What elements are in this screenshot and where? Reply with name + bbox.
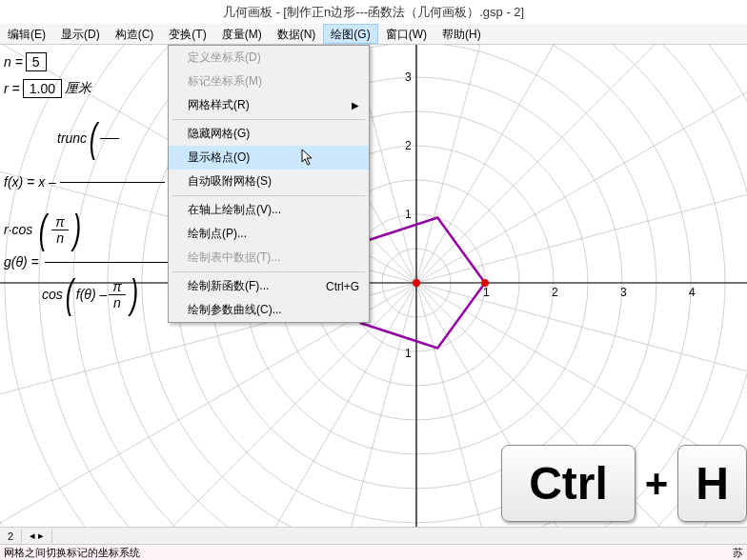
svg-point-35 xyxy=(413,279,420,287)
dd-snap-grid[interactable]: 自动吸附网格(S) xyxy=(169,170,369,193)
window-title: 几何画板 - [制作正n边形---函数法（几何画板）.gsp - 2] xyxy=(0,0,747,24)
menu-edit[interactable]: 编辑(E) xyxy=(0,24,53,44)
plus-icon: + xyxy=(645,461,669,507)
tab-scroll-icon[interactable]: ◂ ▸ xyxy=(22,529,52,543)
h-key-icon: H xyxy=(677,445,747,522)
svg-point-36 xyxy=(481,279,489,287)
dd-separator xyxy=(172,119,365,120)
menu-display[interactable]: 显示(D) xyxy=(53,24,108,44)
shortcut-overlay: Ctrl + H xyxy=(501,445,747,522)
svg-text:3: 3 xyxy=(405,70,412,84)
dd-plot-function[interactable]: 绘制新函数(F)...Ctrl+G xyxy=(169,274,369,298)
fx-label: f(x) = x – xyxy=(4,174,56,190)
cursor-icon xyxy=(301,149,316,171)
dd-hide-grid[interactable]: 隐藏网格(G) xyxy=(169,122,369,146)
status-text: 网格之间切换标记的坐标系统 xyxy=(4,546,140,559)
dd-separator xyxy=(172,195,365,196)
menu-data[interactable]: 数据(N) xyxy=(270,24,324,44)
svg-text:3: 3 xyxy=(620,286,627,299)
dd-plot-axis-point[interactable]: 在轴上绘制点(V)... xyxy=(169,198,369,222)
submenu-arrow-icon: ▶ xyxy=(352,100,359,110)
dd-mark-coord: 标记坐标系(M) xyxy=(169,70,369,93)
ctrl-key-icon: Ctrl xyxy=(501,445,636,522)
r-input[interactable]: 1.00 xyxy=(23,79,62,98)
dd-separator xyxy=(172,271,365,272)
menu-transform[interactable]: 变换(T) xyxy=(161,24,213,44)
svg-text:1: 1 xyxy=(405,347,412,360)
dd-show-gridpoints[interactable]: 显示格点(O) xyxy=(169,146,369,170)
dd-plot-point[interactable]: 绘制点(P)... xyxy=(169,222,369,246)
dd-plot-table: 绘制表中数据(T)... xyxy=(169,246,369,270)
n-input[interactable]: 5 xyxy=(26,52,47,71)
dd-grid-style[interactable]: 网格样式(R)▶ xyxy=(169,93,369,117)
menu-help[interactable]: 帮助(H) xyxy=(434,24,489,44)
menu-measure[interactable]: 度量(M) xyxy=(214,24,270,44)
tab-strip: 2 ◂ ▸ xyxy=(0,527,747,544)
tab-2[interactable]: 2 xyxy=(0,530,22,543)
svg-text:2: 2 xyxy=(405,139,412,152)
r-unit: 厘米 xyxy=(65,80,91,97)
n-label: n = xyxy=(4,54,23,70)
menu-window[interactable]: 窗口(W) xyxy=(378,24,434,44)
r-label: r = xyxy=(4,81,20,96)
status-right: 苏 xyxy=(733,546,743,559)
menu-construct[interactable]: 构造(C) xyxy=(108,24,162,44)
svg-text:1: 1 xyxy=(483,286,490,299)
dd-plot-parametric[interactable]: 绘制参数曲线(C)... xyxy=(169,298,369,322)
svg-text:2: 2 xyxy=(552,286,558,299)
menu-bar: 编辑(E) 显示(D) 构造(C) 变换(T) 度量(M) 数据(N) 绘图(G… xyxy=(0,24,747,45)
menu-plot[interactable]: 绘图(G) xyxy=(323,24,377,44)
status-bar: 网格之间切换标记的坐标系统 苏 xyxy=(0,544,747,560)
plot-menu-dropdown: 定义坐标系(D) 标记坐标系(M) 网格样式(R)▶ 隐藏网格(G) 显示格点(… xyxy=(168,45,370,323)
svg-text:4: 4 xyxy=(689,286,696,299)
shortcut-text: Ctrl+G xyxy=(326,280,359,293)
svg-text:1: 1 xyxy=(405,208,412,221)
dd-define-coord: 定义坐标系(D) xyxy=(169,46,369,70)
trunc-label: trunc xyxy=(57,130,87,146)
g-label: g(θ) = xyxy=(4,254,39,270)
